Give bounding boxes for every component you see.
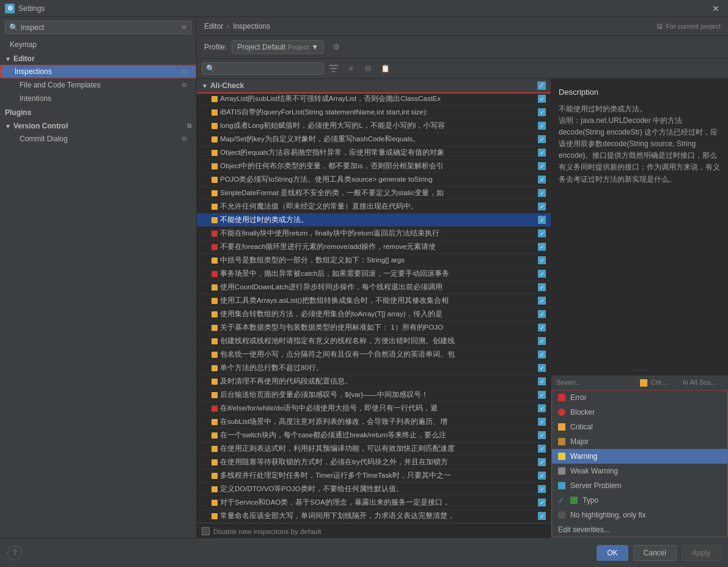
table-row[interactable]: 使用工具类Arrays.asList()把数组转换成集合时，不能使用其修改集合相… [197,294,551,308]
row-checkbox[interactable]: ✓ [538,243,546,251]
sidebar-group-plugins[interactable]: Plugins [0,105,196,119]
sidebar-item-commit-dialog[interactable]: Commit Dialog ⧉ [0,132,196,146]
ali-check-checkbox[interactable]: ✓ [537,81,546,90]
table-row[interactable]: 创建线程或线程池时请指定有意义的线程名称，方便出错时回溯。创建线 ✓ [197,335,551,348]
row-checkbox[interactable]: ✓ [538,391,546,399]
row-checkbox[interactable]: ✓ [538,458,546,466]
for-current-project[interactable]: 🖫 For current project [656,23,721,30]
table-row[interactable]: 后台输送给页面的变量必须加感叹号，${var}——中间加感叹号！ ✓ [197,388,551,402]
sidebar-search-wrapper[interactable]: 🔍 ✕ [5,21,191,34]
table-row[interactable]: 在if/else/for/while/do语句中必须使用大括号，即使只有一行代码… [197,402,551,415]
row-checkbox[interactable]: ✓ [538,95,546,103]
row-checkbox[interactable]: ✓ [538,122,546,130]
row-checkbox[interactable]: ✓ [538,350,546,358]
table-row[interactable]: ArrayList的subList结果不可强转成ArrayList，否则会抛出C… [197,92,551,106]
sidebar-search-input[interactable] [21,23,178,32]
row-checkbox[interactable]: ✓ [538,512,546,520]
table-row[interactable]: 多线程并行处理定时任务时，Timer运行多个TimeTask时，只要其中之一 ✓ [197,469,551,483]
table-row[interactable]: 使用集合转数组的方法，必须使用集合的toArray(T[] array)，传入的… [197,308,551,321]
export-button[interactable]: 📋 [378,61,392,76]
collapse-all-button[interactable]: ⊟ [361,61,375,76]
sev-option-server-problem[interactable]: Server Problem [552,478,727,493]
sev-option-error[interactable]: Error [552,390,727,405]
row-checkbox[interactable]: ✓ [538,418,546,426]
row-checkbox[interactable]: ✓ [538,472,546,480]
table-row[interactable]: 在使用正则表达式时，利用好其预编译功能，可以有效加快正则匹配速度 ✓ [197,442,551,456]
row-checkbox[interactable]: ✓ [538,216,546,224]
row-checkbox[interactable]: ✓ [538,189,546,197]
row-checkbox[interactable]: ✓ [538,445,546,453]
sidebar-group-version-control[interactable]: ▼ Version Control ⧉ [0,119,196,132]
table-row[interactable]: 关于基本数据类型与包装数据类型的使用标准如下： 1）所有的POJO ✓ [197,321,551,335]
cancel-button[interactable]: Cancel [633,545,677,561]
row-checkbox[interactable]: ✓ [538,283,546,291]
sidebar-item-file-templates[interactable]: File and Code Templates ⧉ [0,78,196,92]
table-row[interactable]: Object的equals方法容易抛空指针异常，应使用常量或确定有值的对象 ✓ [197,146,551,160]
table-row[interactable]: 不能在finally块中使用return，finally块中的return返回后… [197,227,551,240]
row-checkbox[interactable]: ✓ [538,404,546,412]
ali-check-group-header[interactable]: ▼ Ali-Check ✓ [197,79,551,92]
sev-option-critical[interactable]: Critical [552,420,727,434]
row-checkbox[interactable]: ✓ [538,377,546,385]
row-checkbox[interactable]: ✓ [538,431,546,439]
expand-all-button[interactable]: ≡ [344,61,358,76]
table-row[interactable]: 单个方法的总行数不超过80行。 ✓ [197,361,551,375]
row-checkbox[interactable]: ✓ [538,337,546,345]
ok-button[interactable]: OK [597,545,628,561]
row-checkbox[interactable]: ✓ [538,310,546,318]
apply-button[interactable]: Apply [682,545,721,561]
table-row[interactable]: 不要在foreach循环里进行元素的remove/add操作，remove元素请… [197,240,551,254]
row-checkbox[interactable]: ✓ [538,364,546,372]
row-checkbox[interactable]: ✓ [538,149,546,157]
table-row[interactable]: 使用CountDownLatch进行异步转同步操作，每个线程退出前必须调用 ✓ [197,281,551,294]
table-row[interactable]: 定义DO/DTO/VO等POJO类时，不要给任何属性默认值。 ✓ [197,483,551,496]
sidebar-item-inspections[interactable]: Inspections ⧉ [0,65,196,78]
table-row[interactable]: 在使用阻塞等待获取锁的方式时，必须在try代码块之外，并且在加锁方 ✓ [197,456,551,469]
search-clear-icon[interactable]: ✕ [181,23,187,32]
row-checkbox[interactable]: ✓ [538,135,546,143]
row-checkbox[interactable]: ✓ [538,485,546,493]
table-row[interactable]: 中括号是数组类型的一部分，数组定义如下：String[] args ✓ [197,254,551,267]
table-row[interactable]: 及时清理不再使用的代码段或配置信息。 ✓ [197,375,551,388]
sev-option-major[interactable]: Major [552,434,727,449]
table-row[interactable]: iBATIS自带的queryForList(String statementNa… [197,106,551,119]
inspection-search[interactable]: 🔍 [202,62,324,75]
close-button[interactable]: ✕ [708,2,723,15]
help-button[interactable]: ? [7,546,22,560]
table-row-selected[interactable]: 不能使用过时的类或方法。 ✓ [197,213,551,227]
sev-option-typo[interactable]: ✓ Typo [552,493,727,508]
filter-button[interactable] [326,61,341,76]
row-checkbox[interactable]: ✓ [538,162,546,170]
table-row[interactable]: Map/Set的key为自定义对象时，必须重写hashCode和equals。 … [197,133,551,146]
row-checkbox[interactable]: ✓ [538,176,546,183]
disable-new-checkbox[interactable] [202,527,210,535]
table-row[interactable]: 在一个switch块内，每个case都必须通过break/return等来终止，… [197,429,551,442]
inspection-search-input[interactable] [218,64,320,73]
table-row[interactable]: long或者Long初始赋值时，必须使用大写的L，不能是小写的l，小写容 ✓ [197,119,551,133]
sev-option-warning[interactable]: Warning [552,449,727,464]
row-checkbox[interactable]: ✓ [538,270,546,278]
table-row[interactable]: 不允许任何魔法值（即未经定义的常量）直接出现在代码中。 ✓ [197,200,551,213]
sidebar-item-keymap[interactable]: Keymap [0,38,196,51]
sidebar-group-editor[interactable]: ▼ Editor [0,51,196,65]
row-checkbox[interactable]: ✓ [538,229,546,237]
sev-option-no-highlighting[interactable]: No highlighting, only fix [552,508,727,522]
table-row[interactable]: 常量命名应该全部大写，单词间用下划线隔开，力求语义表达完整清楚， ✓ [197,510,551,523]
profile-select[interactable]: Project Default Project ▼ [232,40,324,54]
row-checkbox[interactable]: ✓ [538,108,546,116]
row-checkbox[interactable]: ✓ [538,297,546,305]
table-row[interactable]: 事务场景中，抛出异常被catch后，如果需要回滚，一定要手动回滚事务 ✓ [197,267,551,281]
table-row[interactable]: SimpleDateFormat 是线程不安全的类，一般不要定义为static变… [197,187,551,200]
sev-option-weak-warning[interactable]: Weak Warning [552,464,727,478]
table-row[interactable]: 在subList场景中，高度注意对原列表的修改，会导致子列表的遍历、增 ✓ [197,415,551,429]
row-checkbox[interactable]: ✓ [538,498,546,506]
sev-option-blocker[interactable]: Blocker [552,405,727,420]
table-row[interactable]: Object中的任何布尔类型的变量，都不要加is，否则部分框架解析会引 ✓ [197,160,551,173]
sidebar-item-intentions[interactable]: Intentions [0,92,196,105]
table-row[interactable]: 包名统一使用小写，点分隔符之间有且仅有一个自然语义的英语单词。包 ✓ [197,348,551,361]
table-row[interactable]: 对于Service和DAO类，基于SOA的理念，暴露出来的服务一定是接口， ✓ [197,496,551,510]
table-row[interactable]: POJO类必须写toString方法。使用工具类source> generate… [197,173,551,187]
row-checkbox[interactable]: ✓ [538,256,546,264]
row-checkbox[interactable]: ✓ [538,324,546,332]
row-checkbox[interactable]: ✓ [538,202,546,210]
